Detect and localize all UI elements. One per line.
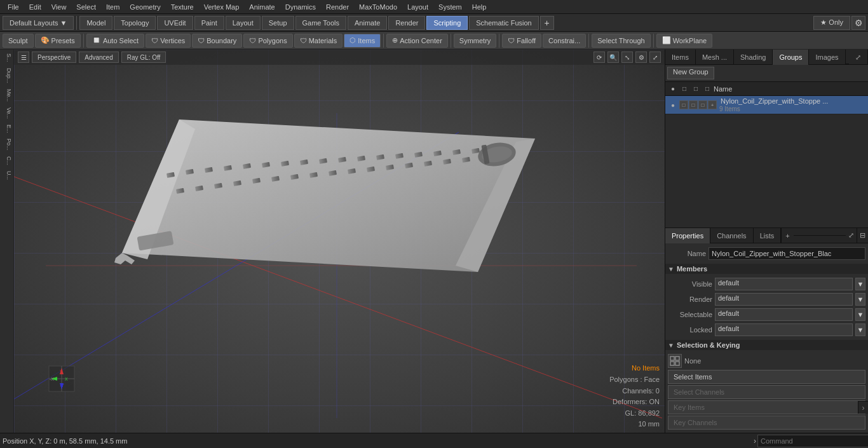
visible-label: Visible xyxy=(668,280,712,288)
menu-layout[interactable]: Layout xyxy=(402,0,433,14)
symmetry-button[interactable]: Symmetry xyxy=(454,34,497,48)
viewport-menu-icon[interactable]: ☰ xyxy=(18,51,29,63)
menu-item[interactable]: Item xyxy=(101,0,125,14)
sidebar-item-uv[interactable]: U... xyxy=(1,168,13,182)
command-input[interactable] xyxy=(757,435,868,447)
selectable-dropdown-icon[interactable]: ▼ xyxy=(855,308,865,321)
select-items-button[interactable]: Select Items xyxy=(668,370,865,384)
menu-select[interactable]: Select xyxy=(71,0,101,14)
menu-maxtomodo[interactable]: MaxToModo xyxy=(354,0,402,14)
polygons-button[interactable]: 🛡 Polygons xyxy=(243,34,292,48)
tab-items[interactable]: Items xyxy=(665,50,696,65)
render-dropdown-icon[interactable]: ▼ xyxy=(855,293,865,306)
viewport-expand-icon[interactable]: ⤢ xyxy=(649,51,661,63)
render-select[interactable]: default xyxy=(715,293,853,306)
sidebar-item-poly[interactable]: Po... xyxy=(1,136,13,153)
items-button[interactable]: ⬡ Items xyxy=(344,34,381,48)
viewport-options-icon[interactable]: ⚙ xyxy=(635,51,647,63)
sel-keying-header[interactable]: ▼ Selection & Keying xyxy=(665,340,868,350)
group-row-zipper[interactable]: ● □ □ □ + Nylon_Coil_Zipper_with_Stoppe … xyxy=(665,96,868,114)
menu-help[interactable]: Help xyxy=(467,0,492,14)
sidebar-item-vertex[interactable]: Ve... xyxy=(1,105,13,121)
mode-render[interactable]: Render xyxy=(388,16,425,30)
menu-file[interactable]: File xyxy=(3,0,24,14)
menu-system[interactable]: System xyxy=(433,0,467,14)
items-icon: ⬡ xyxy=(349,36,356,44)
key-items-button[interactable]: Key Items xyxy=(668,400,865,414)
mode-setup[interactable]: Setup xyxy=(262,16,294,30)
visible-select[interactable]: default xyxy=(715,278,853,290)
constraints-button[interactable]: Constrai... xyxy=(543,34,586,48)
sculpt-button[interactable]: Sculpt xyxy=(3,34,34,48)
add-mode-button[interactable]: + xyxy=(540,16,554,30)
key-channels-button[interactable]: Key Channels xyxy=(668,416,865,430)
tab-mesh[interactable]: Mesh ... xyxy=(696,50,734,65)
perspective-button[interactable]: Perspective xyxy=(32,51,76,63)
tab-channels[interactable]: Channels xyxy=(710,228,753,243)
mode-model[interactable]: Model xyxy=(79,16,112,30)
action-center-button[interactable]: ⊕ Action Center xyxy=(386,34,448,48)
mode-game-tools[interactable]: Game Tools xyxy=(295,16,347,30)
advanced-button[interactable]: Advanced xyxy=(79,51,118,63)
sidebar-item-sculpt[interactable]: S... xyxy=(1,51,13,65)
mode-topology[interactable]: Topology xyxy=(114,16,156,30)
auto-select-button[interactable]: 🔲 Auto Select xyxy=(86,34,144,48)
add-tab-button[interactable]: + xyxy=(781,228,793,243)
tab-lists[interactable]: Lists xyxy=(754,228,782,243)
menu-view[interactable]: View xyxy=(46,0,72,14)
locked-select[interactable]: default xyxy=(715,323,853,336)
layout-dropdown[interactable]: Default Layouts ▼ xyxy=(3,16,74,30)
mode-scripting[interactable]: Scripting xyxy=(426,16,468,30)
mode-layout[interactable]: Layout xyxy=(226,16,261,30)
materials-button[interactable]: 🛡 Materials xyxy=(294,34,343,48)
visible-row: Visible default ▼ xyxy=(668,276,865,292)
mode-uvedit[interactable]: UVEdit xyxy=(157,16,193,30)
group-icon-4: + xyxy=(708,100,717,109)
mode-animate[interactable]: Animate xyxy=(348,16,387,30)
tab-properties[interactable]: Properties xyxy=(665,228,710,243)
viewport-zoom-icon[interactable]: 🔍 xyxy=(607,51,619,63)
select-channels-button[interactable]: Select Channels xyxy=(668,385,865,399)
expand-props-button[interactable]: ⤢ xyxy=(846,228,857,243)
groups-list[interactable]: ● □ □ □ + Nylon_Coil_Zipper_with_Stoppe … xyxy=(665,96,868,189)
star-only-button[interactable]: ★ Only xyxy=(813,16,850,30)
group-eye-icon[interactable]: ● xyxy=(668,100,678,110)
viewport-pan-icon[interactable]: ⤡ xyxy=(621,51,633,63)
mode-schematic-fusion[interactable]: Schematic Fusion xyxy=(469,16,538,30)
viewport[interactable]: ☰ Perspective Advanced Ray GL: Off ⟳ 🔍 ⤡… xyxy=(14,50,665,433)
selectable-select[interactable]: default xyxy=(715,308,853,321)
falloff-button[interactable]: 🛡 Falloff xyxy=(502,34,541,48)
boundary-button[interactable]: 🛡 Boundary xyxy=(192,34,242,48)
members-section-header[interactable]: ▼ Members xyxy=(665,264,868,274)
mode-paint[interactable]: Paint xyxy=(194,16,224,30)
name-input[interactable] xyxy=(709,247,865,260)
menu-dynamics[interactable]: Dynamics xyxy=(280,0,321,14)
panel-bottom-chevron[interactable]: › xyxy=(858,401,868,414)
tab-groups[interactable]: Groups xyxy=(773,50,809,65)
settings-icon[interactable]: ⚙ xyxy=(851,16,865,30)
sidebar-item-edge[interactable]: E... xyxy=(1,122,13,136)
viewport-orbit-icon[interactable]: ⟳ xyxy=(593,51,605,63)
tab-shading[interactable]: Shading xyxy=(734,50,773,65)
menu-vertex-map[interactable]: Vertex Map xyxy=(199,0,245,14)
menu-edit[interactable]: Edit xyxy=(24,0,46,14)
sidebar-item-curve[interactable]: C... xyxy=(1,154,13,168)
presets-button[interactable]: 🎨 Presets xyxy=(35,34,81,48)
locked-dropdown-icon[interactable]: ▼ xyxy=(855,323,865,336)
select-through-button[interactable]: Select Through xyxy=(592,34,650,48)
menu-animate[interactable]: Animate xyxy=(244,0,280,14)
workplane-button[interactable]: ⬜ WorkPlane xyxy=(656,34,713,48)
sidebar-item-dup[interactable]: Dup... xyxy=(1,65,13,86)
ray-gl-button[interactable]: Ray GL: Off xyxy=(121,51,166,63)
visible-dropdown-icon[interactable]: ▼ xyxy=(855,278,865,290)
new-group-button[interactable]: New Group xyxy=(667,67,714,79)
menu-texture[interactable]: Texture xyxy=(166,0,199,14)
tab-expand[interactable]: ⤢ xyxy=(849,50,868,65)
tab-images[interactable]: Images xyxy=(809,50,845,65)
vertices-button[interactable]: 🛡 Vertices xyxy=(146,34,191,48)
collapse-props-button[interactable]: ⊟ xyxy=(857,228,868,243)
sidebar-item-mesh[interactable]: Me... xyxy=(1,86,13,104)
menu-render[interactable]: Render xyxy=(321,0,354,14)
chevron-right-icon: › xyxy=(862,404,865,412)
menu-geometry[interactable]: Geometry xyxy=(125,0,165,14)
